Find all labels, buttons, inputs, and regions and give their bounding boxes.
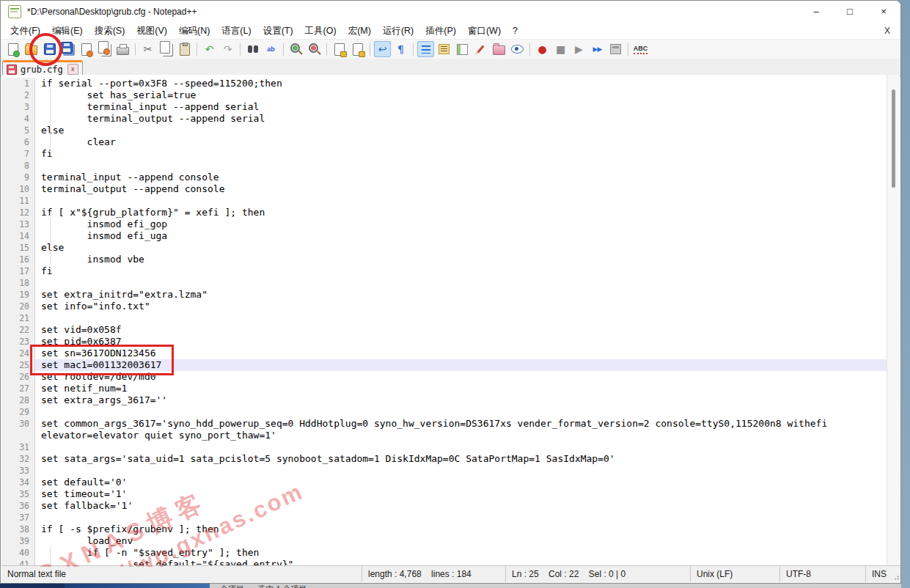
code-line-28[interactable]: 28set extra_args_3617='' <box>1 394 889 406</box>
menubar-close-icon[interactable]: X <box>881 25 893 37</box>
spell-check-button[interactable]: ABC <box>632 41 649 57</box>
scrollbar-thumb[interactable] <box>892 89 895 188</box>
code-line-19[interactable]: 19set extra_initrd="extra.lzma" <box>1 289 889 301</box>
code-line-8[interactable]: 8 <box>1 160 889 172</box>
code-line-15[interactable]: 15else <box>1 242 889 254</box>
paste-button[interactable] <box>176 41 193 57</box>
menu-item-run[interactable]: 运行(R) <box>377 23 419 39</box>
code-line-22[interactable]: 22set vid=0x058f <box>1 324 889 336</box>
code-line-39[interactable]: 39 load_env <box>1 535 889 547</box>
code-line-6[interactable]: 6 clear <box>1 136 889 148</box>
zoom-out-button[interactable] <box>306 41 323 57</box>
menu-item-encoding[interactable]: 编码(N) <box>173 23 216 39</box>
close-button[interactable]: × <box>867 1 900 23</box>
code-line-33[interactable]: 33 <box>1 465 889 477</box>
redo-button[interactable]: ↷ <box>219 41 236 57</box>
line-number: 4 <box>1 113 35 125</box>
line-number: 21 <box>1 312 35 324</box>
code-line-31[interactable]: 31 <box>1 441 889 453</box>
line-text: load_env <box>35 535 889 547</box>
code-line-37[interactable]: 37 <box>1 512 889 523</box>
macro-save-button[interactable] <box>607 41 624 57</box>
print-button[interactable] <box>114 41 131 57</box>
code-line-21[interactable]: 21 <box>1 312 889 324</box>
menu-item-window[interactable]: 窗口(W) <box>462 23 507 39</box>
editor-area[interactable]: 1if serial --port=0x3F8 --speed=115200;t… <box>1 75 889 567</box>
code-line-5[interactable]: 5else <box>1 125 889 136</box>
replace-button[interactable]: ab <box>263 41 279 57</box>
sync-horizontal-scrolling-button[interactable] <box>349 41 366 57</box>
file-monitoring-button[interactable] <box>509 41 526 57</box>
status-encoding: UTF-8 <box>780 566 866 582</box>
resize-grip[interactable] <box>894 575 900 581</box>
code-line-1[interactable]: 1if serial --port=0x3F8 --speed=115200;t… <box>1 78 889 89</box>
close-all-button[interactable] <box>96 41 113 57</box>
code-line-20[interactable]: 20set info="info.txt" <box>1 301 889 312</box>
code-line-4[interactable]: 4 terminal_output --append serial <box>1 113 889 125</box>
code-line-36[interactable]: 36set fallback='1' <box>1 500 889 512</box>
menu-item-settings[interactable]: 设置(T) <box>257 23 299 39</box>
code-line-38[interactable]: 38if [ -s $prefix/grubenv ]; then <box>1 523 889 535</box>
menu-item-tools[interactable]: 工具(O) <box>299 23 342 39</box>
folder-as-workspace-icon <box>493 45 505 55</box>
zoom-out-icon <box>309 43 318 53</box>
code-line-34[interactable]: 34set default='0' <box>1 477 889 488</box>
code-line-3[interactable]: 3 terminal_input --append serial <box>1 101 889 113</box>
code-line-30[interactable]: 30set common_args_3617='syno_hdd_powerup… <box>1 418 889 430</box>
macro-stop-button[interactable]: ■ <box>552 41 569 57</box>
code-line-9[interactable]: 9terminal_input --append console <box>1 172 889 183</box>
vertical-scrollbar[interactable] <box>887 75 900 567</box>
code-line-35[interactable]: 35set timeout='1' <box>1 488 889 500</box>
function-list-button[interactable] <box>436 41 452 57</box>
code-line-27[interactable]: 27set netif_num=1 <box>1 383 889 394</box>
macro-stop-icon: ■ <box>556 44 565 54</box>
undo-button[interactable]: ↶ <box>201 41 218 57</box>
code-line-14[interactable]: 14 insmod efi_uga <box>1 230 889 242</box>
code-line-10[interactable]: 10terminal_output --append console <box>1 183 889 195</box>
zoom-in-button[interactable] <box>287 41 304 57</box>
code-line-11[interactable]: 11 <box>1 195 889 207</box>
line-number: 33 <box>1 465 35 477</box>
code-line-12[interactable]: 12if [ x"${grub_platform}" = xefi ]; the… <box>1 207 889 218</box>
menu-item-language[interactable]: 语言(L) <box>216 23 257 39</box>
macro-run-multiple-button[interactable]: ▶▶ <box>589 41 606 57</box>
code-line-29[interactable]: 29 <box>1 406 889 418</box>
document-map-button[interactable] <box>454 41 471 57</box>
new-file-button[interactable] <box>4 41 21 57</box>
copy-button[interactable] <box>158 41 175 57</box>
cut-button[interactable]: ✂ <box>139 41 156 57</box>
show-all-characters-button[interactable]: ¶ <box>392 41 409 57</box>
line-text <box>35 406 889 418</box>
maximize-button[interactable]: □ <box>833 1 867 23</box>
indent-guide-button[interactable] <box>417 41 434 57</box>
menu-item-help[interactable]: ? <box>507 24 524 37</box>
menu-item-view[interactable]: 视图(V) <box>131 23 173 39</box>
menu-item-plugins[interactable]: 插件(P) <box>419 23 462 39</box>
sync-vertical-scrolling-button[interactable] <box>331 41 348 57</box>
code-line-16[interactable]: 16 insmod vbe <box>1 254 889 265</box>
word-wrap-button[interactable]: ↩ <box>374 41 391 57</box>
code-line-wrap[interactable]: elevator=elevator quiet syno_port_thaw=1… <box>1 430 889 441</box>
code-line-7[interactable]: 7fi <box>1 148 889 160</box>
minimize-button[interactable]: – <box>799 1 833 23</box>
line-text: set vid=0x058f <box>35 324 889 336</box>
menu-item-macro[interactable]: 宏(M) <box>342 23 377 39</box>
code-line-32[interactable]: 32set sata_args='sata_uid=1 sata_pcislot… <box>1 453 889 465</box>
menu-item-search[interactable]: 搜索(S) <box>89 23 131 39</box>
code-line-13[interactable]: 13 insmod efi_gop <box>1 218 889 230</box>
code-line-17[interactable]: 17fi <box>1 265 889 277</box>
code-line-2[interactable]: 2 set has_serial=true <box>1 89 889 101</box>
close-file-button[interactable] <box>78 41 95 57</box>
line-text: set timeout='1' <box>35 488 889 500</box>
document-list-button[interactable] <box>472 41 489 57</box>
line-number: 36 <box>1 500 35 512</box>
code-line-18[interactable]: 18 <box>1 277 889 289</box>
tab-close-icon[interactable]: x <box>67 64 78 75</box>
status-cursor-position: Ln : 25 Col : 22 Sel : 0 | 0 <box>506 566 691 582</box>
macro-play-button[interactable]: ▶ <box>570 41 587 57</box>
find-button[interactable] <box>244 41 261 57</box>
code-line-40[interactable]: 40 if [ -n "$saved_entry" ]; then <box>1 547 889 559</box>
folder-as-workspace-button[interactable] <box>491 41 507 57</box>
macro-play-icon: ▶ <box>575 44 583 54</box>
macro-record-button[interactable]: ● <box>534 41 551 57</box>
